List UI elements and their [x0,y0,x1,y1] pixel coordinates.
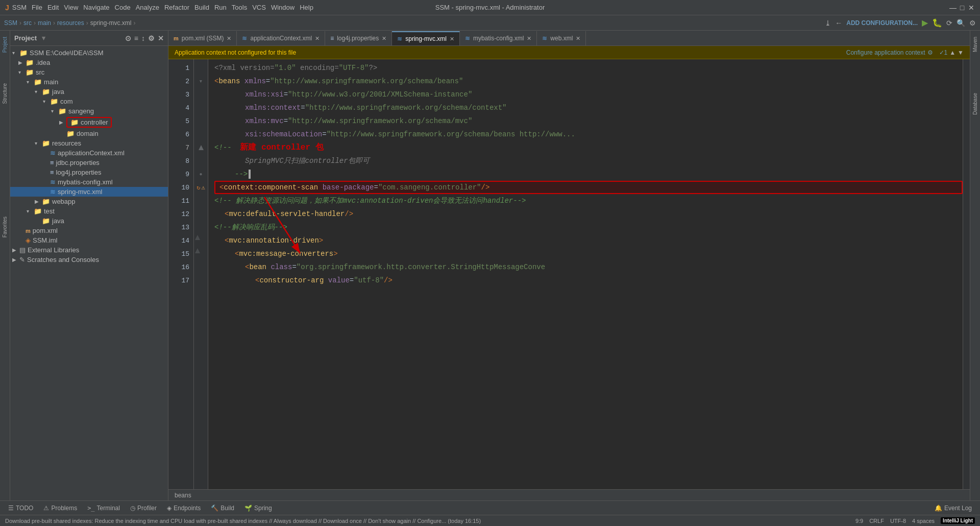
tree-item-test[interactable]: ▾ 📁 test [10,206,168,216]
tab-pom[interactable]: m pom.xml (SSM) ✕ [168,31,237,45]
code-line-5[interactable]: xmlns:mvc = "http://www.springframework.… [214,114,963,128]
project-tree[interactable]: ▾ 📁 SSM E:\Code\IDEA\SSM ▶ 📁 .idea ▾ 📁 s… [10,46,168,500]
tree-item-mybatis[interactable]: ≋ mybatis-config.xml [10,177,168,187]
code-line-13[interactable]: <!--解决响应乱码--> [214,221,963,234]
structure-tab-vertical[interactable]: Structure [1,79,9,108]
maximize-button[interactable]: □ [959,4,966,11]
tree-item-java[interactable]: ▾ 📁 java [10,87,168,97]
code-line-1[interactable]: <?xml version="1.0" encoding="UTF-8"?> [214,61,963,75]
tab-profiler[interactable]: ◷ Profiler [126,504,161,513]
titlebar-menu-run[interactable]: Run [214,4,227,11]
breadcrumb-src[interactable]: src [23,19,32,27]
code-line-2[interactable]: <beans xmlns = "http://www.springframewo… [214,75,963,88]
code-line-17[interactable]: <constructor-arg value = "utf-8" /> [214,274,963,287]
tab-appcontext[interactable]: ≋ applicationContext.xml ✕ [237,31,325,45]
intellij-badge[interactable]: IntelliJ Light [941,517,975,524]
tab-webxml[interactable]: ≋ web.xml ✕ [537,31,586,45]
breadcrumb-ssm[interactable]: SSM [4,19,17,27]
configure-link-text[interactable]: Configure application context [846,49,925,56]
titlebar-menu-help[interactable]: Help [300,4,313,11]
code-line-9[interactable]: --> [214,168,963,181]
debug-button[interactable]: 🐛 [932,18,942,28]
fold-2[interactable]: ▾ [194,75,208,88]
tree-item-src[interactable]: ▾ 📁 src [10,67,168,77]
tree-item-springmvc[interactable]: ≋ spring-mvc.xml [10,187,168,197]
fold-14[interactable] [194,234,208,247]
coverage-button[interactable]: ⟳ [946,19,952,27]
titlebar-menu-tools[interactable]: Tools [232,4,247,11]
tab-springmvc[interactable]: ≋ spring-mvc.xml ✕ [392,31,460,45]
titlebar-menu-navigate[interactable]: Navigate [83,4,109,11]
tree-item-jdbc[interactable]: ≡ jdbc.properties [10,158,168,168]
position-indicator[interactable]: 9:9 [855,518,863,524]
code-line-14[interactable]: <mvc:annotation-driven > [214,234,963,247]
run-button[interactable]: ▶ [922,18,928,28]
breadcrumb-file[interactable]: spring-mvc.xml [90,19,132,27]
tree-item-extlibs[interactable]: ▶ ▤ External Libraries [10,245,168,255]
tree-item-com[interactable]: ▾ 📁 com [10,97,168,106]
code-line-6[interactable]: xsi:schemaLocation = "http://www.springf… [214,128,963,141]
tab-spring[interactable]: 🌱 Spring [240,504,276,513]
code-line-3[interactable]: xmlns:xsi = "http://www.w3.org/2001/XMLS… [214,88,963,101]
project-dropdown-icon[interactable]: ▾ [42,34,45,42]
encoding-indicator[interactable]: UTF-8 [890,518,906,524]
back-icon[interactable]: ← [835,19,842,27]
tree-item-ssmiml[interactable]: ◈ SSM.iml [10,235,168,245]
titlebar-menu-ssm[interactable]: SSM [12,4,27,11]
up-icon[interactable]: ▲ [949,49,955,56]
settings-button[interactable]: ⚙ [969,19,976,27]
code-content[interactable]: <?xml version="1.0" encoding="UTF-8"?> <… [208,59,963,489]
tab-terminal[interactable]: >_ Terminal [83,504,124,513]
database-tab-vertical[interactable]: Database [971,89,979,119]
tree-item-resources[interactable]: ▾ 📁 resources [10,138,168,148]
titlebar-menu-file[interactable]: File [32,4,42,11]
tree-item-domain[interactable]: 📁 domain [10,129,168,138]
sort-icon[interactable]: ↕ [141,34,145,42]
down-icon[interactable]: ▼ [958,49,964,56]
add-configuration-button[interactable]: ADD CONFIGURATION... [846,19,918,27]
tree-item-pom[interactable]: m pom.xml [10,226,168,235]
code-line-11[interactable]: <!-- 解决静态资源访问问题，如果不加mvc:annotation-drive… [214,194,963,207]
configure-link[interactable]: Configure application context ⚙ ✓1 ▲ ▼ [846,49,964,56]
line-ending-indicator[interactable]: CRLF [869,518,884,524]
tree-item-test-java[interactable]: 📁 java [10,216,168,226]
code-line-4[interactable]: xmlns:context = "http://www.springframew… [214,101,963,114]
tab-webxml-close[interactable]: ✕ [576,35,580,42]
tree-item-controller[interactable]: ▶ 📁 controller [10,116,168,129]
fold-10[interactable]: ↻ ⚠ [194,181,208,194]
fold-9[interactable]: ● [194,168,208,181]
project-tab-vertical[interactable]: Project [1,33,9,57]
tab-build[interactable]: 🔨 Build [207,504,238,513]
code-line-16[interactable]: <bean class = "org.springframework.http.… [214,260,963,274]
code-line-12[interactable]: <mvc:default-servlet-handler /> [214,207,963,221]
fold-15[interactable] [194,247,208,260]
right-scrollbar[interactable] [963,59,970,489]
titlebar-menu-build[interactable]: Build [194,4,209,11]
tree-item-ssm[interactable]: ▾ 📁 SSM E:\Code\IDEA\SSM [10,48,168,58]
settings-icon[interactable]: ⚙ [148,34,155,42]
configure-settings-icon[interactable]: ⚙ [927,49,933,56]
indent-indicator[interactable]: 4 spaces [912,518,935,524]
tab-springmvc-close[interactable]: ✕ [450,36,454,42]
close-panel-icon[interactable]: ✕ [158,34,164,42]
titlebar-menu-vcs[interactable]: VCS [252,4,266,11]
tab-problems[interactable]: ⚠ Problems [39,504,81,513]
titlebar-menu-window[interactable]: Window [271,4,295,11]
favorites-tab-vertical[interactable]: Favorites [1,212,9,242]
tab-pom-close[interactable]: ✕ [227,35,231,42]
fold-7[interactable] [194,141,208,154]
breadcrumb-resources[interactable]: resources [57,19,84,27]
tree-item-log4j[interactable]: ≡ log4j.properties [10,168,168,177]
tab-todo[interactable]: ☰ TODO [4,504,37,513]
tree-item-scratches[interactable]: ▶ ✎ Scratches and Consoles [10,255,168,265]
tree-item-sangeng[interactable]: ▾ 📁 sangeng [10,106,168,116]
tab-event-log[interactable]: 🔔 Event Log [930,504,976,513]
tab-appcontext-close[interactable]: ✕ [315,35,320,42]
maven-tab-vertical[interactable]: Maven [971,33,979,56]
breadcrumb-main[interactable]: main [38,19,51,27]
code-line-8[interactable]: SpringMVC只扫描controller包即可 [214,154,963,168]
titlebar-menu-edit[interactable]: Edit [47,4,59,11]
tab-log4j[interactable]: ≡ log4j.properties ✕ [325,31,392,45]
tab-log4j-close[interactable]: ✕ [382,35,386,42]
update-icon[interactable]: ⤓ [825,19,831,27]
